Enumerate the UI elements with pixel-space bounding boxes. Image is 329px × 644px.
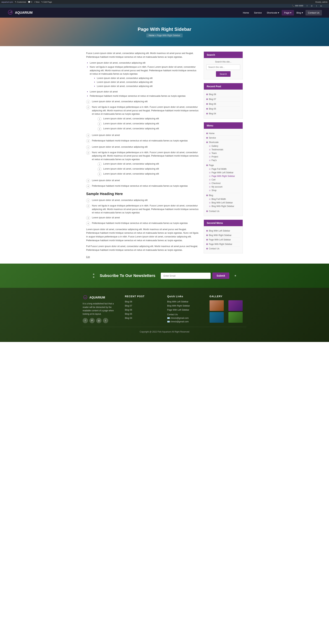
- menu-list: Home Service Shortcode Gallery Testimoni…: [206, 131, 240, 213]
- submenu-item: Faq's: [209, 158, 240, 162]
- nav-contact[interactable]: Contact Us: [306, 10, 322, 16]
- hero-banner: Page With Right Sidebar Home » Page With…: [0, 18, 329, 46]
- admin-customize[interactable]: ✎ Customize: [15, 1, 26, 3]
- nav-blog[interactable]: Blog ▾: [294, 10, 306, 16]
- main-nav: Home Service Shortcode ▾ Page ▾ Blog ▾ C…: [240, 10, 322, 16]
- menu-sub-blog: Blog Full Width Blog With Left Sidebar B…: [206, 197, 240, 208]
- sub-ordered: 1 Lorem ipsum dolor sit amet, consectetu…: [92, 117, 199, 131]
- admin-bar: aquarium-pro ✎ Customize 💬 3 + New ✎ Edi…: [0, 0, 329, 4]
- ordered-item: 4 Pellentesque habitant morbi tristique …: [86, 184, 199, 188]
- newsletter-submit-button[interactable]: Submit: [212, 272, 229, 279]
- submenu-item: Page With Left Sidebar: [209, 171, 240, 174]
- menu-item-active: Page With Right Sidebar: [206, 242, 240, 246]
- admin-comments[interactable]: 💬 3: [28, 1, 32, 3]
- bullet-item: Lorem ipsum dolor sit amet: [90, 90, 199, 94]
- social-ig[interactable]: ◎: [311, 5, 312, 7]
- ordered-num: 3: [98, 127, 102, 131]
- ordered-num: 3: [86, 134, 90, 138]
- gallery-thumb-4[interactable]: [228, 312, 243, 323]
- dot: [235, 275, 236, 276]
- footer-facebook-icon[interactable]: f: [82, 318, 88, 323]
- edit-link[interactable]: Edit: [86, 256, 90, 258]
- gallery-thumb-2[interactable]: [228, 300, 243, 311]
- nav-shortcode[interactable]: Shortcode ▾: [264, 10, 282, 16]
- footer-brand-col: AQUARIUM It is a long established fact t…: [82, 295, 120, 323]
- ordered-list-1: 1 Lorem ipsum dolor sit amet, consectetu…: [86, 100, 199, 143]
- gallery-thumb-1[interactable]: [210, 300, 224, 311]
- nav-page[interactable]: Page ▾: [282, 10, 294, 16]
- admin-bar-right: Howdy, admin: [315, 1, 328, 3]
- bullet-list-1: Lorem ipsum dolor sit amet, consectetur …: [86, 61, 199, 88]
- footer-email-1: 📧 chreck@gmail.com: [167, 317, 204, 319]
- menu-item: Blog With Left Sidebar: [206, 229, 240, 233]
- ordered-item: 3 Lorem ipsum dolor sit amet: [86, 179, 199, 183]
- post-link[interactable]: Blog 07: [209, 98, 216, 100]
- social-fb[interactable]: f: [307, 5, 307, 7]
- submenu-item: Shop: [209, 188, 240, 192]
- social-tw[interactable]: t: [316, 5, 317, 7]
- submenu-item: Gallery: [209, 144, 240, 148]
- post-link[interactable]: Blog 08: [209, 93, 216, 96]
- list-item: Blog 07: [206, 97, 240, 102]
- recent-post-widget: Recent Post Blog 08 Blog 07 Blog 06 Blog…: [204, 83, 243, 118]
- footer-instagram-icon[interactable]: ◎: [96, 318, 102, 323]
- search-button[interactable]: Search: [216, 71, 230, 77]
- post-link[interactable]: Blog 06: [209, 103, 216, 105]
- search-hint: Search this site...: [206, 60, 240, 63]
- breadcrumb-current: Page With Right Sidebar: [157, 34, 180, 37]
- list-item: Blog With Right Sidebar: [167, 304, 204, 307]
- inner-item: Lorem ipsum dolor sit amet, consectetur …: [97, 80, 199, 84]
- ordered-num: 1: [98, 117, 102, 121]
- breadcrumb-home[interactable]: Home: [149, 34, 154, 37]
- post-link[interactable]: Blog 04: [209, 112, 216, 115]
- site-logo: AQUARIUM: [7, 10, 32, 16]
- footer-social: f P ◎ t: [82, 318, 120, 323]
- footer-recent-post-list: Blog 08 Blog 07 Blog 06 Blog 05 Blog 04: [125, 300, 162, 319]
- submenu-item: Team: [209, 152, 240, 155]
- bullet-list-2: Lorem ipsum dolor sit amet Pellentesque …: [86, 90, 199, 98]
- post-link[interactable]: Blog 05: [209, 108, 216, 110]
- ordered-num: 2: [98, 167, 102, 171]
- footer-pinterest-icon[interactable]: P: [89, 318, 95, 323]
- footer-gallery-title: GALLERY: [210, 295, 246, 298]
- search-widget-title: Search: [204, 52, 243, 58]
- bullet-item: Nunc vel ligula in augue tristique pelle…: [90, 65, 199, 88]
- footer-gallery-grid: [210, 300, 246, 323]
- footer-twitter-icon[interactable]: t: [103, 318, 108, 323]
- search-input[interactable]: [206, 64, 240, 70]
- ordered-item: 2 Nunc vel ligula in augue tristique pel…: [86, 151, 199, 178]
- footer-recent-post-col: RECENT POST Blog 08 Blog 07 Blog 06 Blog…: [125, 295, 162, 323]
- newsletter-dots: [93, 274, 94, 278]
- ordered-num: 3: [86, 179, 90, 183]
- ordered-num: 2: [86, 204, 90, 208]
- footer-inner: AQUARIUM It is a long established fact t…: [82, 295, 246, 323]
- admin-edit-page[interactable]: ✎ Edit Page: [41, 1, 52, 3]
- gallery-thumb-3[interactable]: [210, 312, 224, 323]
- submenu-item: Page Full Width: [209, 167, 240, 171]
- menu-item-page: Page Page Full Width Page With Left Side…: [206, 163, 240, 193]
- intro-paragraph: Fusce Lorem ipsum dolor sit amet, consec…: [86, 52, 199, 59]
- list-item: Blog 07: [125, 304, 162, 307]
- ordered-num: 4: [86, 184, 90, 188]
- newsletter-email-input[interactable]: [161, 273, 210, 279]
- footer-contact-link[interactable]: Contact Us: [167, 313, 204, 316]
- admin-new[interactable]: + New: [34, 1, 40, 3]
- list-item: Blog 06: [125, 308, 162, 311]
- phone-number: 📞 888 9988: [292, 5, 303, 7]
- footer-email-2: 📧 chreck@gmail.com: [167, 320, 204, 323]
- ordered-item: 1 Lorem ipsum dolor sit amet, consectetu…: [86, 145, 199, 149]
- main-content: Fusce Lorem ipsum dolor sit amet, consec…: [86, 52, 199, 258]
- footer-quick-links-title: Quick Links: [167, 295, 204, 298]
- list-item: Blog 04: [125, 317, 162, 319]
- nav-service[interactable]: Service: [252, 10, 264, 16]
- nav-home[interactable]: Home: [240, 10, 252, 16]
- social-li[interactable]: in: [320, 5, 322, 7]
- admin-site-link[interactable]: aquarium-pro: [2, 1, 13, 3]
- newsletter-dots-right: [235, 275, 236, 276]
- footer-desc: It is a long established fact that a rea…: [82, 302, 120, 316]
- ordered-item: 3 Lorem ipsum dolor sit amet, consectetu…: [98, 172, 199, 176]
- ordered-num: 3: [86, 216, 90, 220]
- second-menu-widget: Second Menu Blog With Left Sidebar Blog …: [204, 220, 243, 254]
- ordered-num: 1: [98, 162, 102, 166]
- site-header: AQUARIUM Home Service Shortcode ▾ Page ▾…: [0, 8, 329, 18]
